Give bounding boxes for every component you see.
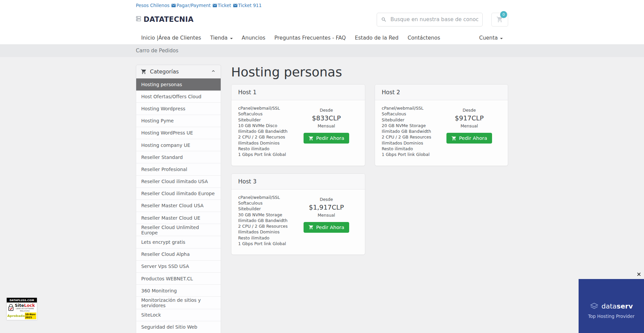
sidebar-item-server-vps-ssd-usa[interactable]: Server Vps SSD USA	[136, 261, 221, 273]
logo[interactable]: DATATECNIA	[136, 15, 194, 23]
sidebar-item-reseller-cloud-ilimitado-usa[interactable]: Reseller Cloud ilimitado USA	[136, 176, 221, 188]
nav-item-faq[interactable]: Preguntas Frecuentes - FAQ	[274, 35, 346, 41]
categories-sidebar: Categorías Hosting personas Host Ofertas…	[136, 65, 221, 333]
ticket-911-link-label: Ticket 911	[238, 3, 262, 8]
sitelock-brand-site: Site	[15, 303, 24, 308]
product-cards: Host 1 cPanel/webmail/SSL Softaculous Si…	[231, 84, 508, 255]
sidebar-item-sitelock[interactable]: SiteLock	[136, 309, 221, 321]
ad-brand-bold: serv	[616, 302, 633, 310]
sidebar-item-hosting-pyme[interactable]: Hosting Pyme	[136, 115, 221, 127]
sidebar-item-hosting-wordpress-ue[interactable]: Hosting WordPress UE	[136, 127, 221, 139]
sidebar-item-reseller-standard[interactable]: Reseller Standard	[136, 151, 221, 163]
price-from-label: Desde	[294, 197, 358, 202]
envelope-icon	[212, 3, 217, 8]
ad-close-icon[interactable]: ✕	[637, 272, 641, 277]
sidebar-item-productos-webnet[interactable]: Productos WEBNET.CL	[136, 273, 221, 285]
cart-button[interactable]: 0	[491, 13, 508, 26]
main-column: Hosting personas Host 1 cPanel/webmail/S…	[231, 65, 508, 255]
nav-item-estado-red[interactable]: Estado de la Red	[355, 35, 398, 41]
sidebar-item-hosting-wordpress[interactable]: Hosting Wordpress	[136, 103, 221, 115]
chevron-down-icon	[230, 38, 233, 39]
nav-item-cuenta[interactable]: Cuenta	[479, 35, 503, 41]
chevron-down-icon	[500, 38, 503, 39]
nav-item-cuenta-label: Cuenta	[479, 35, 498, 41]
spec-line: 1 Gbps Port link Global	[238, 152, 294, 157]
nav-item-contactenos[interactable]: Contáctenos	[408, 35, 440, 41]
search-icon	[381, 17, 387, 22]
nav-item-tienda-label: Tienda	[210, 35, 228, 41]
topbar: Pesos Chilenos Pagar/Payment Ticket Tick…	[136, 2, 508, 9]
price-amount: $917CLP	[437, 114, 501, 122]
spec-line: cPanel/webmail/SSL	[238, 195, 294, 200]
price-column: Desde $917CLP Mensual Pedir Ahora	[437, 105, 501, 158]
cart-icon	[451, 136, 457, 141]
nav-item-inicio[interactable]: Inicio |Área de Clientes	[141, 35, 201, 41]
order-now-label: Pedir Ahora	[459, 135, 487, 141]
nav-item-tienda[interactable]: Tienda	[210, 35, 233, 41]
header-right: 0	[377, 13, 508, 26]
sidebar-item-host-ofertas[interactable]: Host Ofertas/Offers Cloud	[136, 91, 221, 103]
sidebar-item-seguridad-sitio-web[interactable]: Seguridad del Sitio Web	[136, 321, 221, 333]
sitelock-subtitle: LIBRE DE SOFTWARE	[15, 308, 35, 310]
breadcrumb-bar: Carro de Pedidos	[0, 44, 644, 57]
sidebar-item-hosting-company-ue[interactable]: Hosting company UE	[136, 139, 221, 151]
pay-link-label: Pagar/Payment	[176, 3, 211, 8]
spec-line: Resto ilimitado	[238, 146, 294, 152]
padlock-icon	[8, 304, 14, 311]
order-now-button[interactable]: Pedir Ahora	[304, 133, 350, 144]
search-input[interactable]	[390, 16, 478, 22]
spec-line: cPanel/webmail/SSL	[382, 105, 437, 111]
sidebar-item-reseller-cloud-alpha[interactable]: Reseller Cloud Alpha	[136, 248, 221, 261]
layers-icon	[590, 302, 599, 311]
order-now-label: Pedir Ahora	[316, 225, 344, 230]
spec-line: Resto ilimitado	[238, 235, 294, 241]
spec-line: Ilimitados Dominios	[382, 140, 437, 146]
price-from-label: Desde	[294, 108, 358, 113]
spec-line: Softaculous	[238, 200, 294, 206]
spec-line: 1 Gbps Port link Global	[382, 152, 437, 157]
page-title: Hosting personas	[231, 65, 508, 79]
spec-line: Ilimitados Dominios	[238, 140, 294, 146]
envelope-icon	[171, 3, 176, 8]
price-period: Mensual	[294, 123, 358, 128]
spec-line: Ilimitados Dominios	[238, 229, 294, 235]
ad-banner[interactable]: dataserv Top Hosting Provider	[579, 279, 644, 333]
order-now-button[interactable]: Pedir Ahora	[446, 133, 492, 144]
categories-header[interactable]: Categorías	[136, 65, 221, 78]
ticket-911-link[interactable]: Ticket 911	[231, 3, 262, 8]
sidebar-item-reseller-master-cloud-ue[interactable]: Reseller Master Cloud UE	[136, 212, 221, 224]
currency-link[interactable]: Pesos Chilenos	[136, 3, 169, 8]
order-now-label: Pedir Ahora	[316, 135, 344, 141]
cart-icon	[309, 136, 314, 141]
sitelock-domain: DATAPLUSS.COM	[7, 298, 37, 302]
site-header: Pesos Chilenos Pagar/Payment Ticket Tick…	[0, 0, 644, 44]
sidebar-item-reseller-cloud-unlimited-europe[interactable]: Reseller Cloud Unlimited Europe	[136, 224, 221, 236]
spec-line: 2 CPU / 2 GB Resources	[238, 223, 294, 229]
categories-list: Hosting personas Host Ofertas/Offers Clo…	[136, 78, 221, 333]
sitelock-subtitle: MALICIOSO	[15, 310, 35, 312]
product-specs: cPanel/webmail/SSL Softaculous Sitebuild…	[382, 105, 437, 158]
ad-brand-text: dataserv	[601, 302, 633, 310]
price-period: Mensual	[294, 213, 358, 218]
ticket-link-label: Ticket	[218, 3, 231, 8]
product-name: Host 3	[231, 174, 365, 189]
sidebar-item-lets-encrypt-gratis[interactable]: Lets encrypt gratis	[136, 236, 221, 248]
nav-item-anuncios[interactable]: Anuncios	[242, 35, 265, 41]
product-card-host-3: Host 3 cPanel/webmail/SSL Softaculous Si…	[231, 173, 365, 255]
sidebar-item-hosting-personas[interactable]: Hosting personas	[136, 78, 221, 91]
spec-line: Sitebuilder	[238, 117, 294, 123]
sidebar-item-reseller-profesional[interactable]: Reseller Profesional	[136, 163, 221, 175]
price-amount: $1,917CLP	[294, 204, 358, 211]
sitelock-badge[interactable]: DATAPLUSS.COM SiteLock LIBRE DE SOFTWARE…	[7, 298, 37, 320]
sidebar-item-360-monitoring[interactable]: 360 Monitoring	[136, 285, 221, 297]
spec-line: Softaculous	[238, 111, 294, 117]
sidebar-item-monitorizacion[interactable]: Monitorización de sitios y servidores	[136, 297, 221, 309]
order-now-button[interactable]: Pedir Ahora	[304, 222, 350, 233]
sidebar-item-reseller-cloud-ilimitado-europe[interactable]: Reseller Cloud ilimitado Europe	[136, 188, 221, 200]
product-name: Host 2	[375, 85, 508, 100]
product-card-host-2: Host 2 cPanel/webmail/SSL Softaculous Si…	[375, 84, 508, 166]
pay-link[interactable]: Pagar/Payment	[170, 3, 211, 8]
sidebar-item-reseller-master-cloud-usa[interactable]: Reseller Master Cloud USA	[136, 200, 221, 212]
price-column: Desde $833CLP Mensual Pedir Ahora	[294, 105, 358, 158]
ticket-link[interactable]: Ticket	[211, 3, 231, 8]
